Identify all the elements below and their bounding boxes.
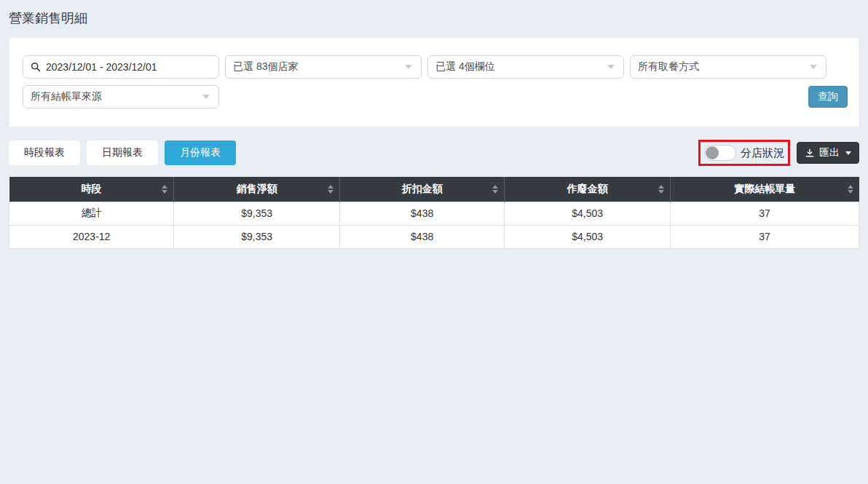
column-header-label: 銷售淨額 bbox=[237, 183, 277, 194]
sort-icon bbox=[328, 185, 334, 194]
toggle-knob-icon bbox=[706, 146, 719, 159]
chevron-down-icon bbox=[845, 151, 851, 155]
date-range-input[interactable]: 2023/12/01 - 2023/12/01 bbox=[23, 55, 219, 79]
download-icon bbox=[805, 148, 815, 158]
page-title: 營業銷售明細 bbox=[9, 9, 868, 27]
tab-month-report[interactable]: 月份報表 bbox=[165, 140, 236, 165]
column-header-label: 實際結帳單量 bbox=[734, 183, 795, 194]
column-header-net-sales[interactable]: 銷售淨額 bbox=[174, 177, 340, 202]
date-range-value: 2023/12/01 - 2023/12/01 bbox=[46, 61, 157, 73]
column-header-label: 作廢金額 bbox=[567, 183, 608, 194]
filter-row-2: 所有結帳單來源 查詢 bbox=[23, 85, 848, 108]
bill-source-value: 所有結帳單來源 bbox=[31, 90, 102, 103]
column-header-label: 折扣金額 bbox=[402, 183, 443, 194]
filter-panel: 2023/12/01 - 2023/12/01 已選 83個店家 已選 4個欄位… bbox=[9, 37, 859, 127]
column-select-value: 已選 4個欄位 bbox=[435, 60, 495, 74]
cell-period: 2023-12 bbox=[9, 225, 174, 248]
cell-voided: $4,503 bbox=[505, 202, 671, 225]
table-row-month: 2023-12 $9,353 $438 $4,503 37 bbox=[9, 225, 859, 248]
report-tabs: 時段報表 日期報表 月份報表 bbox=[9, 140, 236, 165]
cell-net-sales: $9,353 bbox=[174, 202, 340, 225]
chevron-down-icon bbox=[405, 65, 412, 69]
store-select[interactable]: 已選 83個店家 bbox=[225, 55, 422, 79]
toolbar-right: 分店狀況 匯出 bbox=[698, 140, 859, 166]
toolbar-row: 時段報表 日期報表 月份報表 分店狀況 匯出 bbox=[9, 139, 859, 167]
column-header-label: 時段 bbox=[81, 183, 101, 194]
pickup-method-value: 所有取餐方式 bbox=[638, 60, 699, 74]
chevron-down-icon bbox=[202, 95, 210, 99]
pickup-method-select[interactable]: 所有取餐方式 bbox=[630, 55, 826, 79]
tab-date-report[interactable]: 日期報表 bbox=[87, 140, 158, 165]
sort-icon bbox=[492, 185, 498, 194]
search-icon bbox=[31, 62, 41, 72]
cell-bill-count: 37 bbox=[670, 202, 859, 225]
branch-status-toggle[interactable] bbox=[704, 145, 736, 161]
cell-net-sales: $9,353 bbox=[174, 225, 340, 248]
export-button-label: 匯出 bbox=[819, 146, 840, 159]
sort-icon bbox=[848, 185, 853, 194]
sort-icon bbox=[658, 185, 664, 194]
annotation-highlight-box: 分店狀況 bbox=[698, 140, 790, 166]
tab-time-period-report[interactable]: 時段報表 bbox=[9, 140, 80, 165]
cell-discount: $438 bbox=[339, 202, 504, 225]
cell-discount: $438 bbox=[339, 225, 504, 248]
column-header-discount[interactable]: 折扣金額 bbox=[339, 177, 504, 202]
sales-report-page: { "page": { "title": "營業銷售明細" }, "filter… bbox=[0, 0, 868, 484]
column-select[interactable]: 已選 4個欄位 bbox=[427, 55, 624, 79]
bill-source-select[interactable]: 所有結帳單來源 bbox=[23, 85, 219, 108]
filter-row-1: 2023/12/01 - 2023/12/01 已選 83個店家 已選 4個欄位… bbox=[23, 55, 848, 79]
query-button[interactable]: 查詢 bbox=[808, 86, 848, 108]
chevron-down-icon bbox=[810, 65, 817, 69]
export-button[interactable]: 匯出 bbox=[797, 142, 859, 164]
column-header-voided[interactable]: 作廢金額 bbox=[505, 177, 671, 202]
cell-bill-count: 37 bbox=[670, 225, 859, 248]
column-header-period[interactable]: 時段 bbox=[9, 177, 174, 202]
column-header-bill-count[interactable]: 實際結帳單量 bbox=[670, 177, 859, 202]
sort-icon bbox=[162, 185, 167, 194]
store-select-value: 已選 83個店家 bbox=[233, 60, 298, 74]
cell-period: 總計 bbox=[9, 202, 174, 225]
table-header-row: 時段 銷售淨額 折扣金額 作廢金額 實際結帳單量 bbox=[9, 177, 859, 202]
chevron-down-icon bbox=[607, 65, 615, 69]
sales-report-table: 時段 銷售淨額 折扣金額 作廢金額 實際結帳單量 總計 $9,353 $438 … bbox=[9, 177, 859, 249]
table-row-total: 總計 $9,353 $438 $4,503 37 bbox=[9, 202, 859, 225]
cell-voided: $4,503 bbox=[505, 225, 671, 248]
branch-status-toggle-label: 分店狀況 bbox=[741, 146, 784, 160]
